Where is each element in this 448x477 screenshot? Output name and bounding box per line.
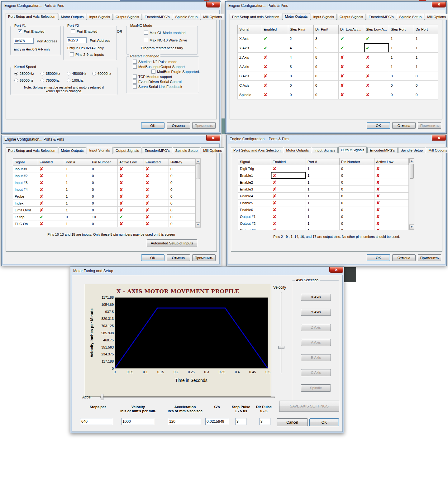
automated-setup-button[interactable]: Automated Setup of Inputs bbox=[147, 239, 197, 247]
acceleration-input[interactable] bbox=[168, 418, 201, 425]
apply-button[interactable]: Применить bbox=[418, 254, 441, 261]
signal-cell[interactable]: Limit Ovrd bbox=[13, 207, 38, 214]
kernel-65000hz-radio[interactable]: 65000hz bbox=[14, 79, 33, 82]
tab-output-signals[interactable]: Output Signals bbox=[338, 147, 367, 153]
tab-mill-options[interactable]: Mill Options bbox=[201, 147, 224, 153]
apply-button[interactable]: Применить bbox=[192, 254, 216, 261]
max-cl-mode-checkbox[interactable]: Max CL Mode enabled bbox=[144, 31, 185, 35]
value-cell[interactable]: ✘ bbox=[374, 165, 409, 172]
event-serial-checkbox[interactable]: Event Driven Serial Control bbox=[133, 80, 182, 84]
value-cell[interactable]: ✔ bbox=[118, 214, 144, 220]
signal-cell[interactable]: A Axis bbox=[238, 62, 262, 71]
tab-spindle-setup[interactable]: Spindle Setup bbox=[398, 147, 426, 153]
value-cell[interactable]: 0 bbox=[340, 213, 374, 220]
value-cell[interactable]: 1 bbox=[414, 34, 438, 43]
modbus-io-checkbox[interactable]: ModBus InputOutput Support bbox=[133, 65, 185, 69]
value-cell[interactable]: ✘ bbox=[38, 193, 64, 200]
value-cell[interactable]: 0 bbox=[389, 90, 414, 99]
signal-cell[interactable]: B Axis bbox=[238, 71, 262, 81]
tab-port-setup-and-axis-selection[interactable]: Port Setup and Axis Selection bbox=[6, 147, 58, 153]
value-cell[interactable]: 2 bbox=[288, 34, 314, 43]
value-cell[interactable]: ✘ bbox=[118, 207, 144, 214]
value-cell[interactable]: 0 bbox=[314, 90, 339, 99]
kernel-45000hz-radio[interactable]: 45000Hz bbox=[67, 72, 86, 75]
ok-button[interactable]: OK bbox=[367, 254, 390, 261]
tab-output-signals[interactable]: Output Signals bbox=[337, 14, 365, 20]
value-cell[interactable]: ✘ bbox=[339, 53, 364, 62]
ok-button[interactable]: OK bbox=[141, 254, 164, 261]
dir-pulse-input[interactable] bbox=[259, 418, 270, 425]
value-cell[interactable]: 0 bbox=[90, 200, 118, 207]
value-cell[interactable]: 0 bbox=[90, 207, 118, 214]
value-cell[interactable]: ✘ bbox=[364, 90, 389, 99]
apply-button[interactable]: Применить bbox=[192, 122, 216, 129]
value-cell[interactable]: ✘ bbox=[38, 207, 64, 214]
a-axis-button[interactable]: A Axis bbox=[301, 339, 331, 346]
value-cell[interactable]: ✘ bbox=[271, 213, 306, 220]
tab-encoder-mpg-s[interactable]: Encoder/MPG's bbox=[366, 14, 396, 20]
value-cell[interactable]: 0 bbox=[340, 220, 374, 227]
value-cell[interactable]: ✘ bbox=[118, 179, 144, 186]
value-cell[interactable]: ✘ bbox=[271, 200, 306, 206]
signal-cell[interactable]: Enable6 bbox=[238, 206, 271, 213]
value-cell[interactable]: 0 bbox=[90, 220, 118, 227]
y-axis-button[interactable]: Y Axis bbox=[301, 309, 331, 316]
value-cell[interactable]: ✘ bbox=[144, 179, 169, 186]
signal-cell[interactable]: Output #2 bbox=[238, 220, 271, 227]
value-cell[interactable]: ✘ bbox=[339, 62, 364, 71]
tab-motor-outputs[interactable]: Motor Outputs bbox=[59, 14, 86, 20]
tab-input-signals[interactable]: Input Signals bbox=[87, 14, 112, 20]
signal-cell[interactable]: Z Axis bbox=[238, 53, 262, 62]
value-cell[interactable]: ✔ bbox=[339, 34, 364, 43]
value-cell[interactable]: 1 bbox=[64, 172, 90, 179]
value-cell[interactable]: 1 bbox=[306, 165, 340, 172]
gs-value-box[interactable] bbox=[205, 418, 229, 425]
cancel-button[interactable]: Отмена bbox=[167, 122, 190, 129]
value-cell[interactable]: ✘ bbox=[374, 206, 409, 213]
value-cell[interactable]: ✘ bbox=[38, 179, 64, 186]
value-cell[interactable]: 0 bbox=[169, 179, 196, 186]
port1-enabled-checkbox[interactable]: Port Enabled bbox=[18, 29, 45, 33]
value-cell[interactable]: ✔ bbox=[364, 34, 389, 43]
port2-address-input[interactable] bbox=[67, 37, 87, 43]
ok-button[interactable]: OK bbox=[141, 122, 164, 129]
value-cell[interactable]: 1 bbox=[306, 227, 340, 230]
scroll-thumb[interactable] bbox=[196, 164, 200, 179]
value-cell[interactable]: ✘ bbox=[271, 206, 306, 213]
x-axis-button[interactable]: X Axis bbox=[301, 294, 331, 301]
value-cell[interactable]: ✘ bbox=[339, 81, 364, 90]
value-cell[interactable]: 0 bbox=[90, 193, 118, 200]
cancel-button[interactable]: Отмена bbox=[167, 254, 190, 261]
value-cell[interactable]: ✘ bbox=[374, 220, 409, 227]
kernel-75000hz-radio[interactable]: 75000hz bbox=[41, 79, 60, 82]
max-nc10-wave-checkbox[interactable]: Max NC-10 Wave Drive bbox=[144, 38, 187, 42]
value-cell[interactable]: 0 bbox=[288, 71, 314, 81]
tab-input-signals[interactable]: Input Signals bbox=[311, 14, 336, 20]
signal-cell[interactable]: Input #2 bbox=[13, 172, 38, 179]
value-cell[interactable]: 1 bbox=[389, 53, 414, 62]
value-cell[interactable]: 0 bbox=[414, 90, 438, 99]
value-cell[interactable]: ✘ bbox=[118, 220, 144, 227]
accel-slider-thumb[interactable] bbox=[101, 394, 103, 400]
value-cell[interactable]: ✘ bbox=[118, 172, 144, 179]
signal-cell[interactable]: C Axis bbox=[238, 81, 262, 90]
value-cell[interactable]: 0 bbox=[169, 207, 196, 214]
signal-cell[interactable]: Enable5 bbox=[238, 200, 271, 206]
value-cell[interactable]: ✘ bbox=[38, 186, 64, 193]
velocity-slider-track[interactable] bbox=[281, 292, 282, 373]
tab-port-setup-and-axis-selection[interactable]: Port Setup and Axis Selection bbox=[231, 147, 283, 153]
port1-address-input[interactable] bbox=[14, 38, 34, 44]
value-cell[interactable]: 1 bbox=[306, 220, 340, 227]
value-cell[interactable]: ✘ bbox=[38, 200, 64, 207]
servo-serial-checkbox[interactable]: Servo Serial Link Feedback bbox=[133, 84, 182, 89]
value-cell[interactable]: ✘ bbox=[118, 186, 144, 193]
z-axis-button[interactable]: Z Axis bbox=[301, 324, 331, 331]
value-cell[interactable]: ✘ bbox=[144, 207, 169, 214]
signal-cell[interactable]: Output #1 bbox=[238, 213, 271, 220]
value-cell[interactable]: 0 bbox=[340, 179, 374, 186]
value-cell[interactable]: ✘ bbox=[374, 172, 409, 179]
value-cell[interactable]: ✘ bbox=[271, 220, 306, 227]
value-cell[interactable]: ✘ bbox=[262, 90, 288, 99]
value-cell[interactable]: ✘ bbox=[118, 166, 144, 172]
value-cell[interactable]: 0 bbox=[340, 172, 374, 179]
